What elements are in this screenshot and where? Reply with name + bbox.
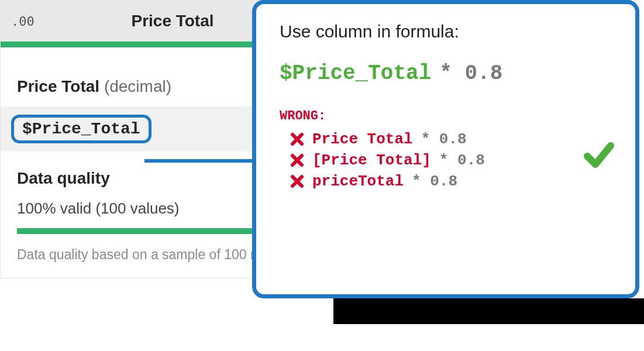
wrong-multiplier: * 0.8	[421, 130, 467, 148]
wrong-multiplier: * 0.8	[439, 152, 485, 169]
wrong-example: Price Total * 0.8	[290, 130, 612, 148]
tip-correct-formula: $Price_Total * 0.8	[280, 61, 612, 85]
column-type-badge: .00	[11, 14, 43, 29]
tip-title: Use column in formula:	[280, 22, 612, 42]
column-name: Price Total	[17, 77, 99, 95]
wrong-variable: Price Total	[312, 130, 413, 148]
wrong-example: [Price Total] * 0.8	[290, 152, 612, 169]
wrong-example: priceTotal * 0.8	[290, 173, 612, 190]
cross-icon	[290, 132, 304, 146]
cross-icon	[290, 153, 304, 167]
formula-tip-card: Use column in formula: $Price_Total * 0.…	[252, 0, 639, 298]
cross-icon	[290, 174, 304, 188]
wrong-variable: [Price Total]	[312, 152, 431, 169]
decorative-strip	[333, 298, 644, 324]
wrong-multiplier: * 0.8	[412, 173, 457, 190]
formula-variable[interactable]: $Price_Total	[11, 115, 151, 143]
checkmark-icon	[583, 139, 615, 174]
wrong-label: WRONG:	[280, 109, 612, 123]
wrong-variable: priceTotal	[312, 173, 404, 190]
column-datatype: (decimal)	[104, 77, 171, 95]
callout-connector	[144, 159, 254, 163]
tip-multiplier: * 0.8	[439, 61, 502, 85]
tip-correct-variable: $Price_Total	[280, 61, 431, 85]
